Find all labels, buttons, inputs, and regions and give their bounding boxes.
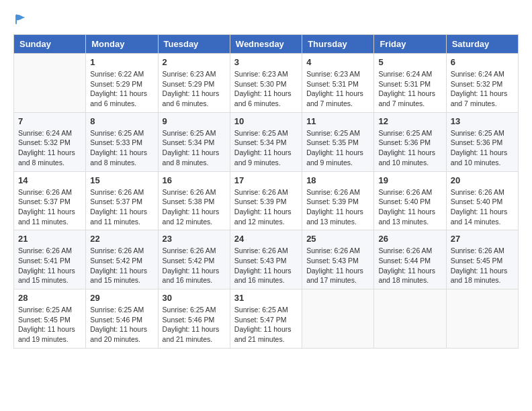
calendar-cell: 7Sunrise: 6:24 AMSunset: 5:32 PMDaylight… [14, 112, 86, 171]
day-info-text: Sunrise: 6:25 AM [163, 305, 226, 315]
calendar-cell: 21Sunrise: 6:26 AMSunset: 5:41 PMDayligh… [14, 230, 86, 289]
day-info-text: Daylight: 11 hours and 8 minutes. [90, 148, 153, 167]
day-number: 31 [234, 293, 298, 303]
day-info-text: Daylight: 11 hours and 11 minutes. [18, 207, 81, 226]
day-info-text: Sunset: 5:29 PM [163, 79, 226, 89]
day-info-text: Sunrise: 6:22 AM [90, 69, 153, 79]
day-info-text: Sunset: 5:34 PM [163, 138, 226, 148]
calendar-cell: 3Sunrise: 6:23 AMSunset: 5:30 PMDaylight… [230, 54, 302, 113]
day-number: 26 [378, 234, 441, 244]
day-info-text: Daylight: 11 hours and 12 minutes. [234, 207, 298, 226]
day-number: 28 [18, 293, 81, 303]
days-header-row: SundayMondayTuesdayWednesdayThursdayFrid… [14, 35, 519, 54]
day-info-text: Daylight: 11 hours and 15 minutes. [18, 266, 81, 285]
day-info-text: Sunset: 5:36 PM [378, 138, 441, 148]
calendar-cell: 14Sunrise: 6:26 AMSunset: 5:37 PMDayligh… [14, 171, 86, 230]
calendar-cell: 28Sunrise: 6:25 AMSunset: 5:45 PMDayligh… [14, 289, 86, 349]
day-info-text: Sunrise: 6:25 AM [234, 305, 298, 315]
day-info-text: Sunrise: 6:26 AM [306, 246, 369, 256]
day-number: 17 [234, 175, 298, 185]
day-number: 23 [163, 234, 226, 244]
calendar-cell: 26Sunrise: 6:26 AMSunset: 5:44 PMDayligh… [374, 230, 446, 289]
calendar-table: SundayMondayTuesdayWednesdayThursdayFrid… [13, 34, 519, 349]
calendar-cell: 22Sunrise: 6:26 AMSunset: 5:42 PMDayligh… [86, 230, 158, 289]
calendar-cell: 12Sunrise: 6:25 AMSunset: 5:36 PMDayligh… [374, 112, 446, 171]
day-number: 10 [234, 116, 298, 126]
day-info-text: Sunrise: 6:23 AM [306, 69, 369, 79]
day-info-text: Daylight: 11 hours and 19 minutes. [18, 324, 81, 344]
day-number: 2 [163, 57, 226, 67]
calendar-week-row: 1Sunrise: 6:22 AMSunset: 5:29 PMDaylight… [14, 54, 519, 113]
day-info-text: Daylight: 11 hours and 16 minutes. [234, 266, 298, 285]
day-number: 7 [18, 116, 81, 126]
day-info-text: Sunrise: 6:25 AM [306, 128, 369, 138]
calendar-cell: 29Sunrise: 6:25 AMSunset: 5:46 PMDayligh… [86, 289, 158, 349]
day-number: 3 [234, 57, 298, 67]
day-info-text: Sunset: 5:42 PM [163, 256, 226, 266]
day-header-tuesday: Tuesday [158, 35, 230, 54]
calendar-week-row: 14Sunrise: 6:26 AMSunset: 5:37 PMDayligh… [14, 171, 519, 230]
day-info-text: Sunset: 5:44 PM [378, 256, 441, 266]
day-number: 12 [378, 116, 441, 126]
day-info-text: Sunset: 5:37 PM [90, 197, 153, 207]
day-info-text: Sunrise: 6:26 AM [378, 246, 441, 256]
day-info-text: Sunrise: 6:25 AM [234, 128, 298, 138]
calendar-cell: 13Sunrise: 6:25 AMSunset: 5:36 PMDayligh… [446, 112, 518, 171]
calendar-cell [302, 289, 374, 349]
day-info-text: Daylight: 11 hours and 21 minutes. [163, 324, 226, 344]
day-info-text: Sunset: 5:34 PM [234, 138, 298, 148]
calendar-cell: 20Sunrise: 6:26 AMSunset: 5:40 PMDayligh… [446, 171, 518, 230]
calendar-cell: 1Sunrise: 6:22 AMSunset: 5:29 PMDaylight… [86, 54, 158, 113]
day-info-text: Sunset: 5:36 PM [451, 138, 514, 148]
calendar-cell: 2Sunrise: 6:23 AMSunset: 5:29 PMDaylight… [158, 54, 230, 113]
day-info-text: Daylight: 11 hours and 13 minutes. [306, 207, 369, 226]
day-info-text: Sunrise: 6:26 AM [234, 187, 298, 197]
day-info-text: Sunset: 5:47 PM [234, 315, 298, 325]
calendar-week-row: 28Sunrise: 6:25 AMSunset: 5:45 PMDayligh… [14, 289, 519, 349]
day-info-text: Sunset: 5:38 PM [163, 197, 226, 207]
day-info-text: Sunrise: 6:24 AM [451, 69, 514, 79]
day-info-text: Sunrise: 6:25 AM [451, 128, 514, 138]
day-info-text: Sunset: 5:29 PM [90, 79, 153, 89]
calendar-cell [446, 289, 518, 349]
day-number: 5 [378, 57, 441, 67]
calendar-week-row: 7Sunrise: 6:24 AMSunset: 5:32 PMDaylight… [14, 112, 519, 171]
day-number: 13 [451, 116, 514, 126]
day-info-text: Sunset: 5:32 PM [18, 138, 81, 148]
day-info-text: Sunset: 5:31 PM [306, 79, 369, 89]
day-info-text: Sunrise: 6:26 AM [451, 246, 514, 256]
day-info-text: Daylight: 11 hours and 9 minutes. [306, 148, 369, 167]
day-info-text: Sunrise: 6:25 AM [18, 305, 81, 315]
day-number: 16 [163, 175, 226, 185]
day-info-text: Daylight: 11 hours and 10 minutes. [378, 148, 441, 167]
day-info-text: Sunset: 5:42 PM [90, 256, 153, 266]
calendar-cell [374, 289, 446, 349]
day-header-friday: Friday [374, 35, 446, 54]
day-info-text: Daylight: 11 hours and 7 minutes. [451, 89, 514, 108]
day-info-text: Sunset: 5:30 PM [234, 79, 298, 89]
day-info-text: Daylight: 11 hours and 18 minutes. [451, 266, 514, 285]
day-info-text: Sunrise: 6:25 AM [163, 128, 226, 138]
day-info-text: Daylight: 11 hours and 15 minutes. [90, 266, 153, 285]
page-header [13, 13, 519, 29]
day-number: 6 [451, 57, 514, 67]
day-info-text: Sunrise: 6:26 AM [451, 187, 514, 197]
calendar-body: 1Sunrise: 6:22 AMSunset: 5:29 PMDaylight… [14, 54, 519, 349]
day-number: 15 [90, 175, 153, 185]
day-info-text: Sunset: 5:32 PM [451, 79, 514, 89]
calendar-cell: 10Sunrise: 6:25 AMSunset: 5:34 PMDayligh… [230, 112, 302, 171]
day-info-text: Daylight: 11 hours and 17 minutes. [306, 266, 369, 285]
calendar-cell: 11Sunrise: 6:25 AMSunset: 5:35 PMDayligh… [302, 112, 374, 171]
day-info-text: Daylight: 11 hours and 12 minutes. [163, 207, 226, 226]
day-number: 11 [306, 116, 369, 126]
calendar-cell: 16Sunrise: 6:26 AMSunset: 5:38 PMDayligh… [158, 171, 230, 230]
day-number: 14 [18, 175, 81, 185]
calendar-cell: 5Sunrise: 6:24 AMSunset: 5:31 PMDaylight… [374, 54, 446, 113]
calendar-cell: 23Sunrise: 6:26 AMSunset: 5:42 PMDayligh… [158, 230, 230, 289]
logo-flag-icon [14, 13, 26, 26]
day-info-text: Sunset: 5:41 PM [18, 256, 81, 266]
calendar-cell: 30Sunrise: 6:25 AMSunset: 5:46 PMDayligh… [158, 289, 230, 349]
day-info-text: Sunrise: 6:26 AM [306, 187, 369, 197]
calendar-cell: 4Sunrise: 6:23 AMSunset: 5:31 PMDaylight… [302, 54, 374, 113]
day-number: 22 [90, 234, 153, 244]
